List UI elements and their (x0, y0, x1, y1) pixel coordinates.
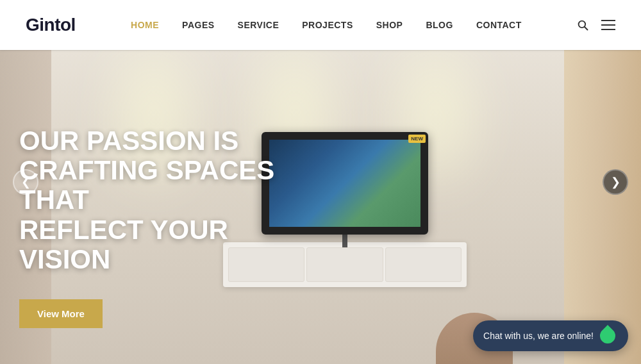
prev-slide-button[interactable]: ❮ (13, 169, 38, 195)
hero-title-line1: OUR PASSION IS (19, 126, 314, 156)
next-slide-button[interactable]: ❯ (603, 169, 628, 195)
cabinet-door-2 (306, 247, 383, 282)
hero-title-line2: CRAFTING SPACES THAT (19, 156, 314, 215)
hero-title-line3: REFLECT YOUR VISION (19, 215, 314, 274)
header: Gintol HOME PAGES SERVICE PROJECTS SHOP … (0, 0, 641, 50)
menu-icon[interactable] (601, 20, 615, 30)
hero-title: OUR PASSION IS CRAFTING SPACES THAT REFL… (19, 126, 314, 274)
chat-leaf-icon (597, 325, 619, 347)
nav-shop[interactable]: SHOP (376, 20, 403, 30)
search-icon[interactable] (577, 19, 588, 31)
cabinet-door-3 (385, 247, 462, 282)
header-divider (0, 50, 641, 51)
hero-section: NEW OUR PASSION IS CRAFTING SPACES THAT … (0, 0, 641, 364)
nav-contact[interactable]: CONTACT (476, 20, 522, 30)
right-curtain (564, 50, 641, 364)
chat-widget[interactable]: Chat with us, we are online! (473, 320, 628, 351)
navigation: HOME PAGES SERVICE PROJECTS SHOP BLOG CO… (131, 20, 522, 30)
view-more-button[interactable]: View More (19, 299, 103, 328)
nav-service[interactable]: SERVICE (238, 20, 279, 30)
header-icons (577, 19, 615, 31)
svg-line-1 (585, 27, 588, 30)
nav-projects[interactable]: PROJECTS (302, 20, 353, 30)
next-arrow-icon: ❯ (611, 175, 620, 189)
prev-arrow-icon: ❮ (21, 175, 31, 189)
hero-text: OUR PASSION IS CRAFTING SPACES THAT REFL… (19, 126, 314, 274)
nav-home[interactable]: HOME (131, 20, 159, 30)
nav-pages[interactable]: PAGES (182, 20, 214, 30)
chat-message: Chat with us, we are online! (483, 331, 594, 341)
tv-new-badge: NEW (408, 135, 426, 143)
logo[interactable]: Gintol (26, 15, 76, 35)
tv-stand (342, 235, 347, 247)
nav-blog[interactable]: BLOG (426, 20, 453, 30)
